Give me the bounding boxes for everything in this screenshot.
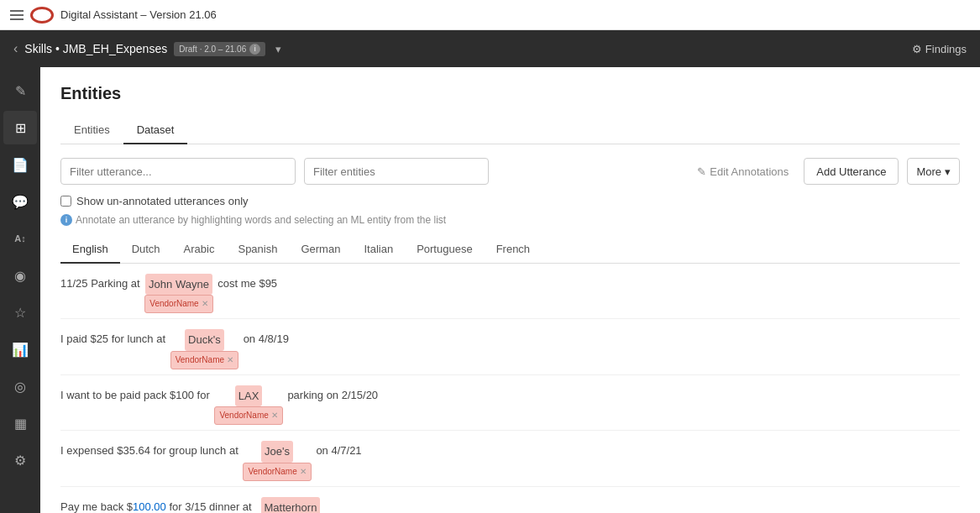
annotation-wrap: LAX VendorName ✕ — [214, 385, 282, 425]
lang-tab-dutch[interactable]: Dutch — [120, 236, 172, 264]
content-area: Entities Entities Dataset ✎ Edit Annotat… — [40, 67, 980, 513]
lang-tab-portuguese[interactable]: Portuguese — [405, 236, 485, 264]
table-row: I want to be paid pack $100 for LAX Vend… — [60, 375, 960, 431]
tag-close-icon[interactable]: ✕ — [300, 464, 307, 479]
sidebar-item-chat[interactable]: 💬 — [3, 185, 37, 218]
unannotated-checkbox-row: Show un-annotated utterances only — [60, 195, 960, 207]
tag-close-icon[interactable]: ✕ — [271, 408, 278, 423]
table-row: 11/25 Parking at John Wayne VendorName ✕… — [60, 264, 960, 319]
annotation-wrap: Matterhorn VendorName ✕ — [256, 497, 324, 513]
nav-breadcrumb: Skills • JMB_EH_Expenses — [24, 42, 167, 55]
sidebar-item-star[interactable]: ☆ — [3, 296, 37, 329]
filter-utterance-input[interactable] — [60, 158, 296, 185]
lang-tab-spanish[interactable]: Spanish — [226, 236, 289, 264]
table-row: I paid $25 for lunch at Duck's VendorNam… — [60, 319, 960, 374]
sidebar-item-api[interactable]: ◎ — [3, 369, 37, 403]
utterances-list: 11/25 Parking at John Wayne VendorName ✕… — [60, 264, 960, 513]
utterance-text: 11/25 Parking at John Wayne VendorName ✕… — [60, 274, 960, 313]
lang-tab-arabic[interactable]: Arabic — [172, 236, 227, 264]
annotation-tag: VendorName ✕ — [214, 406, 282, 425]
annotated-word[interactable]: John Wayne — [145, 274, 212, 295]
language-tabs: English Dutch Arabic Spanish German Ital… — [60, 236, 960, 264]
nav-left: ‹ Skills • JMB_EH_Expenses Draft · 2.0 –… — [13, 41, 281, 56]
version-badge: Draft · 2.0 – 21.06 i — [174, 42, 265, 56]
annotation-tag: VendorName ✕ — [243, 463, 311, 481]
sidebar-item-settings[interactable]: ⚙ — [3, 443, 37, 477]
toolbar: ✎ Edit Annotations Add Utterance More ▾ — [60, 158, 960, 185]
annotation-tag: VendorName ✕ — [144, 295, 212, 313]
page-title: Entities — [60, 84, 960, 103]
main-tabs: Entities Dataset — [60, 117, 960, 144]
more-dropdown-icon: ▾ — [945, 165, 951, 178]
table-row: I expensed $35.64 for group lunch at Joe… — [60, 431, 960, 486]
info-icon: i — [249, 44, 260, 55]
utterance-text: I paid $25 for lunch at Duck's VendorNam… — [60, 329, 960, 369]
main-layout: ✎ ⊞ 📄 💬 A↕ ◉ ☆ 📊 ◎ ▦ ⚙ Entities Entities… — [0, 67, 980, 513]
lang-tab-english[interactable]: English — [60, 236, 120, 264]
tag-close-icon[interactable]: ✕ — [202, 296, 208, 311]
annotation-wrap: Duck's VendorName ✕ — [170, 329, 238, 369]
info-row: i Annotate an utterance by highlighting … — [60, 214, 960, 226]
utterance-text: I want to be paid pack $100 for LAX Vend… — [60, 385, 960, 425]
hamburger-menu[interactable] — [10, 10, 24, 20]
sidebar: ✎ ⊞ 📄 💬 A↕ ◉ ☆ 📊 ◎ ▦ ⚙ — [0, 67, 40, 513]
add-utterance-button[interactable]: Add Utterance — [804, 158, 899, 185]
sidebar-item-entities[interactable]: ⊞ — [3, 111, 37, 144]
lang-tab-italian[interactable]: Italian — [352, 236, 405, 264]
tab-entities[interactable]: Entities — [60, 117, 123, 144]
sidebar-item-circle1[interactable]: ◉ — [3, 259, 37, 292]
pencil-icon: ✎ — [697, 165, 706, 178]
oracle-logo — [30, 7, 54, 24]
unannotated-label: Show un-annotated utterances only — [76, 195, 249, 207]
lang-tab-french[interactable]: French — [485, 236, 542, 264]
annotated-word[interactable]: Joe's — [261, 441, 293, 462]
findings-button[interactable]: ⚙ Findings — [912, 43, 967, 55]
sidebar-item-edit[interactable]: ✎ — [3, 74, 37, 107]
tag-close-icon[interactable]: ✕ — [227, 353, 233, 368]
annotated-word[interactable]: LAX — [235, 385, 263, 406]
table-row: Pay me back $100.00 for 3/15 dinner at M… — [60, 487, 960, 513]
unannotated-checkbox[interactable] — [60, 196, 71, 207]
info-text: Annotate an utterance by highlighting wo… — [76, 214, 446, 226]
nav-dropdown-icon[interactable]: ▾ — [275, 43, 281, 55]
annotation-tag: VendorName ✕ — [170, 351, 238, 369]
annotation-wrap: John Wayne VendorName ✕ — [144, 274, 212, 313]
sidebar-item-chart[interactable]: 📊 — [3, 332, 37, 366]
lang-tab-german[interactable]: German — [289, 236, 352, 264]
more-button[interactable]: More ▾ — [907, 158, 960, 185]
annotation-wrap: Joe's VendorName ✕ — [243, 441, 311, 480]
info-icon: i — [60, 214, 72, 226]
filter-entities-input[interactable] — [304, 158, 489, 185]
nav-bar: ‹ Skills • JMB_EH_Expenses Draft · 2.0 –… — [0, 30, 980, 67]
sidebar-item-docs[interactable]: 📄 — [3, 148, 37, 181]
top-bar: Digital Assistant – Version 21.06 — [0, 0, 980, 30]
annotated-word[interactable]: Matterhorn — [261, 497, 321, 513]
tab-dataset[interactable]: Dataset — [123, 117, 188, 144]
gear-icon: ⚙ — [912, 43, 922, 55]
utterance-text: Pay me back $100.00 for 3/15 dinner at M… — [60, 497, 960, 513]
edit-annotations-button[interactable]: ✎ Edit Annotations — [690, 158, 795, 185]
annotated-word[interactable]: Duck's — [185, 329, 224, 350]
sidebar-item-intents[interactable]: A↕ — [3, 222, 37, 255]
sidebar-item-components[interactable]: ▦ — [3, 406, 37, 440]
app-title: Digital Assistant – Version 21.06 — [60, 8, 217, 21]
utterance-text: I expensed $35.64 for group lunch at Joe… — [60, 441, 960, 480]
back-button[interactable]: ‹ — [13, 41, 18, 56]
nav-right: ⚙ Findings — [912, 43, 967, 55]
